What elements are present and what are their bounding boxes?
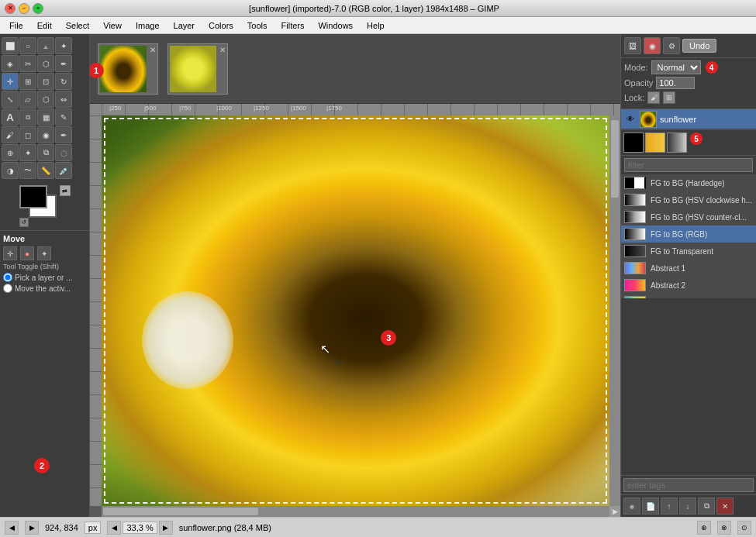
opacity-input[interactable] xyxy=(656,77,695,89)
tool-perspective-clone[interactable]: ⧉ xyxy=(37,144,54,161)
tool-blend[interactable]: ▦ xyxy=(37,108,54,126)
status-extra3[interactable]: ⊙ xyxy=(737,521,751,535)
tool-bucket-fill[interactable]: ⧈ xyxy=(19,108,36,126)
delete-layer-button[interactable]: ✕ xyxy=(716,497,734,515)
lock-icon-move[interactable]: ⊞ xyxy=(663,91,675,104)
rp-icon1[interactable]: 🖼 xyxy=(624,37,641,54)
undo-button[interactable]: Undo xyxy=(682,39,716,53)
menu-image[interactable]: Image xyxy=(129,19,166,32)
status-extra2[interactable]: ⊗ xyxy=(717,521,731,535)
close-button[interactable]: ✕ xyxy=(5,3,16,14)
grad-item-7[interactable]: Abstract 3 xyxy=(621,294,756,298)
grad-item-4[interactable]: FG to Transparent xyxy=(621,243,756,260)
tool-paths[interactable]: ✒ xyxy=(55,55,72,72)
grad-item-1[interactable]: FG to BG (HSV clockwise h... xyxy=(621,191,756,208)
tool-move[interactable]: ✛ xyxy=(2,73,19,90)
status-extra1[interactable]: ⊕ xyxy=(697,521,711,535)
new-layer-from-visible[interactable]: ⎈ xyxy=(623,497,640,515)
tool-fuzzy-select[interactable]: ✦ xyxy=(55,37,72,54)
menu-view[interactable]: View xyxy=(97,19,128,32)
minimize-button[interactable]: − xyxy=(19,3,29,14)
nav-left-button[interactable]: ◀ xyxy=(5,521,19,535)
rp-icon2[interactable]: ◉ xyxy=(644,37,661,54)
menu-file[interactable]: File xyxy=(3,19,29,32)
tool-measure[interactable]: 📏 xyxy=(37,162,54,179)
menu-edit[interactable]: Edit xyxy=(31,19,58,32)
grad-item-6[interactable]: Abstract 2 xyxy=(621,277,756,294)
tool-shear[interactable]: ▱ xyxy=(19,91,36,108)
nav-right-button[interactable]: ▶ xyxy=(25,521,39,535)
pick-layer-option[interactable]: Pick a layer or ... xyxy=(3,273,86,282)
pick-layer-radio[interactable] xyxy=(3,273,12,282)
thumbnail-flower2[interactable]: ✕ xyxy=(167,43,228,95)
menu-colors[interactable]: Colors xyxy=(202,19,240,32)
grad-swatch-black[interactable] xyxy=(623,133,644,153)
tool-eraser[interactable]: ◻ xyxy=(19,126,36,143)
lock-icon-paint[interactable]: 🖌 xyxy=(647,91,660,104)
tool-rectangle-select[interactable]: ⬜ xyxy=(2,37,19,54)
duplicate-layer-button[interactable]: ⧉ xyxy=(698,497,715,515)
foreground-color[interactable] xyxy=(19,185,47,208)
tool-ink[interactable]: ✒ xyxy=(55,126,72,143)
menu-windows[interactable]: Windows xyxy=(312,19,359,32)
grad-item-3[interactable]: FG to BG (RGB) xyxy=(621,225,756,243)
tool-clone[interactable]: ⊕ xyxy=(2,144,19,161)
hscroll-thumb[interactable] xyxy=(103,508,258,515)
mode-select[interactable]: Normal xyxy=(651,60,701,74)
canvas-wrapper[interactable]: ↖ ✛ 3 xyxy=(90,115,620,506)
grad-swatch-gray[interactable] xyxy=(667,133,687,153)
tool-blur[interactable]: ◌ xyxy=(55,144,72,161)
tool-align[interactable]: ⊞ xyxy=(19,73,36,90)
grad-item-0[interactable]: FG to BG (Hardedge) xyxy=(621,174,756,191)
menu-select[interactable]: Select xyxy=(60,19,96,32)
menu-help[interactable]: Help xyxy=(361,19,391,32)
horizontal-scrollbar[interactable]: ▶ xyxy=(102,506,620,517)
filter-input[interactable] xyxy=(624,158,753,172)
tool-heal[interactable]: ✦ xyxy=(19,144,36,161)
tool-perspective[interactable]: ⬡ xyxy=(37,91,54,108)
thumb-close-flower2[interactable]: ✕ xyxy=(219,46,226,54)
grad-item-5[interactable]: Abstract 1 xyxy=(621,260,756,277)
grad-swatch-orange[interactable] xyxy=(645,133,665,153)
scroll-right-icon[interactable]: ▶ xyxy=(609,506,620,517)
layer-visibility-eye[interactable]: 👁 xyxy=(624,113,637,126)
tool-text[interactable]: A xyxy=(2,108,19,126)
thumbnail-sunflower[interactable]: ✕ xyxy=(98,43,158,95)
tool-dodge-burn[interactable]: ◑ xyxy=(2,162,19,179)
tool-paintbrush[interactable]: 🖌 xyxy=(2,126,19,143)
swap-colors-icon[interactable]: ⇄ xyxy=(60,185,71,196)
unit-selector[interactable]: px xyxy=(85,522,102,534)
menu-layer[interactable]: Layer xyxy=(167,19,202,32)
tool-free-select[interactable]: ⟁ xyxy=(37,37,54,54)
tool-ellipse-select[interactable]: ○ xyxy=(19,37,36,54)
thumb-close-sunflower[interactable]: ✕ xyxy=(150,46,156,54)
move-active-radio[interactable] xyxy=(3,284,12,293)
menu-filters[interactable]: Filters xyxy=(275,19,311,32)
vertical-scrollbar[interactable] xyxy=(609,115,620,506)
tool-scissors[interactable]: ✂ xyxy=(19,55,36,72)
grad-item-2[interactable]: FG to BG (HSV counter-cl... xyxy=(621,208,756,225)
menu-tools[interactable]: Tools xyxy=(241,19,274,32)
tool-smudge[interactable]: 〜 xyxy=(19,162,36,179)
new-layer-button[interactable]: 📄 xyxy=(642,497,659,515)
layer-item-sunflower[interactable]: 👁 sunflower xyxy=(621,109,756,129)
raise-layer-button[interactable]: ↑ xyxy=(661,497,678,515)
vscroll-thumb[interactable] xyxy=(611,120,619,198)
canvas-image[interactable]: ↖ ✛ 3 xyxy=(102,115,609,506)
tool-color-select[interactable]: ◈ xyxy=(2,55,19,72)
tool-color-picker[interactable]: 💉 xyxy=(55,162,72,179)
reset-colors-icon[interactable]: ↺ xyxy=(19,218,29,227)
zoom-decrease[interactable]: ◀ xyxy=(107,521,121,535)
tool-scale[interactable]: ⤡ xyxy=(2,91,19,108)
tags-input[interactable] xyxy=(623,478,754,492)
tool-crop[interactable]: ⊡ xyxy=(37,73,54,90)
tool-rotate[interactable]: ↻ xyxy=(55,73,72,90)
image-canvas[interactable]: ↖ ✛ 3 xyxy=(102,115,609,506)
zoom-level[interactable]: 33,3 % xyxy=(123,522,157,534)
rp-icon3[interactable]: ⚙ xyxy=(663,37,680,54)
tool-foreground-select[interactable]: ⬡ xyxy=(37,55,54,72)
lower-layer-button[interactable]: ↓ xyxy=(679,497,696,515)
tool-pencil[interactable]: ✎ xyxy=(55,108,72,126)
maximize-button[interactable]: + xyxy=(33,3,43,14)
tool-airbrush[interactable]: ◉ xyxy=(37,126,54,143)
